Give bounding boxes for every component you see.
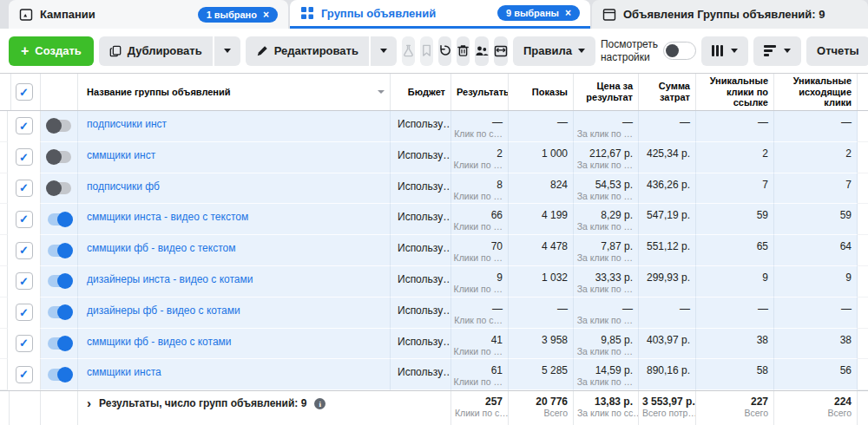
header-cost-per-result[interactable]: Цена за результат <box>574 74 639 110</box>
duplicate-icon <box>109 45 122 57</box>
row-checkbox[interactable]: ✓ <box>16 272 33 290</box>
adset-name-link[interactable]: сммщики инста <box>87 366 161 378</box>
row-checkbox[interactable]: ✓ <box>16 211 33 228</box>
close-icon[interactable]: × <box>565 8 571 18</box>
toggle-knob <box>666 44 679 57</box>
create-button[interactable]: + Создать <box>9 36 94 66</box>
summary-results: 257Клики по с… <box>451 391 509 425</box>
campaigns-selected-badge[interactable]: 1 выбрано × <box>198 7 278 23</box>
header-impressions[interactable]: Показы <box>509 74 574 110</box>
rules-button[interactable]: Правила <box>513 36 595 66</box>
adset-name-link[interactable]: дизайнеры инста - видео с котами <box>87 273 253 285</box>
select-all-checkbox[interactable]: ✓ <box>16 83 33 101</box>
adset-name-link[interactable]: подписчики инст <box>87 118 167 130</box>
table-row[interactable]: ✓ дизайнеры фб - видео с котами Использу… <box>0 298 868 329</box>
tab-adsets[interactable]: Группы объявлений 9 выбраны × <box>290 0 590 29</box>
table-row[interactable]: ✓ сммщики инста - видео с текстом Исполь… <box>0 204 868 235</box>
adset-name-link[interactable]: сммщики фб - видео с котами <box>87 336 232 348</box>
expand-chevron-icon[interactable]: › <box>87 397 91 409</box>
adsets-selected-badge[interactable]: 9 выбраны × <box>497 5 580 21</box>
checkmark-icon: ✓ <box>19 152 29 163</box>
row-checkbox[interactable]: ✓ <box>16 304 33 321</box>
row-checkbox[interactable]: ✓ <box>16 180 33 197</box>
adset-name-cell: дизайнеры инста - видео с котами <box>78 266 391 298</box>
columns-button[interactable] <box>701 36 748 66</box>
unique-link-clicks-cell: 7 <box>696 173 774 205</box>
impressions-cell: 1 000 <box>509 142 574 173</box>
duplicate-dropdown-button[interactable] <box>214 36 240 66</box>
adset-name-link[interactable]: подписчики фб <box>87 180 160 193</box>
impressions-cell: 5 285 <box>509 359 574 390</box>
adset-name-cell: сммщики инста <box>78 359 391 390</box>
unique-link-clicks-cell: 38 <box>696 329 774 360</box>
checkmark-icon: ✓ <box>19 121 29 132</box>
checkmark-icon: ✓ <box>19 245 29 256</box>
row-checkbox[interactable]: ✓ <box>16 117 33 134</box>
row-checkbox[interactable]: ✓ <box>16 335 33 352</box>
adset-status-toggle[interactable] <box>48 369 71 381</box>
adset-status-toggle[interactable] <box>48 245 71 257</box>
breakdown-button[interactable] <box>753 36 801 66</box>
info-icon[interactable]: i <box>314 398 326 409</box>
unique-link-clicks-cell: 65 <box>696 235 774 266</box>
row-checkbox-cell: ✓ <box>8 298 41 329</box>
header-unique-link-clicks[interactable]: Уникальные клики по ссылке <box>696 74 774 110</box>
tab-campaigns[interactable]: Кампании 1 выбрано × <box>9 0 288 29</box>
header-adset-name[interactable]: Название группы объявлений <box>78 74 391 110</box>
delete-button[interactable] <box>457 36 470 66</box>
row-scroll-gutter <box>858 329 868 360</box>
trash-icon <box>457 44 470 57</box>
header-budget[interactable]: Бюджет <box>391 74 451 110</box>
footer-toggle-col <box>41 391 78 425</box>
sort-caret-icon[interactable] <box>378 90 385 94</box>
header-amount-spent[interactable]: Сумма затрат <box>639 74 696 110</box>
adset-name-cell: сммщики фб - видео с котами <box>78 329 391 360</box>
adset-name-cell: дизайнеры фб - видео с котами <box>78 298 391 329</box>
adset-name-link[interactable]: сммщики инста - видео с текстом <box>87 211 248 223</box>
people-icon <box>475 44 489 58</box>
row-checkbox[interactable]: ✓ <box>16 366 33 383</box>
table-row[interactable]: ✓ сммщики инст Использу… 2Клики по … 1 0… <box>0 142 868 173</box>
edit-button[interactable]: Редактировать <box>246 36 369 66</box>
reports-button[interactable]: Отчеты <box>806 36 868 66</box>
chevron-down-icon <box>380 49 387 53</box>
tab-ads[interactable]: Объявления Группы объявлений: 9 <box>592 0 868 29</box>
table-row[interactable]: ✓ дизайнеры инста - видео с котами Испол… <box>0 266 868 298</box>
row-gutter <box>0 298 8 329</box>
audience-button[interactable] <box>475 36 489 66</box>
toggle-knob <box>46 180 62 196</box>
badge-text: 1 выбрано <box>207 10 257 20</box>
adset-name-link[interactable]: сммщики инст <box>87 149 155 161</box>
undo-button[interactable] <box>438 36 451 66</box>
row-checkbox[interactable]: ✓ <box>16 148 33 166</box>
view-settings-toggle[interactable] <box>663 42 696 60</box>
close-icon[interactable]: × <box>263 10 269 20</box>
adset-name-link[interactable]: дизайнеры фб - видео с котами <box>87 304 240 317</box>
duplicate-button[interactable]: Дублировать <box>99 36 213 66</box>
table-summary-row: › Результаты, число групп объявлений: 9 … <box>0 390 868 425</box>
adset-status-toggle[interactable] <box>48 182 71 194</box>
row-checkbox[interactable]: ✓ <box>16 242 33 259</box>
header-unique-outbound-clicks[interactable]: Уникальные исходящие клики <box>774 74 858 110</box>
amount-spent-cell: 425,34 р. <box>639 142 696 173</box>
placement-button[interactable] <box>494 36 508 66</box>
impressions-cell: 824 <box>509 173 574 205</box>
adset-status-toggle[interactable] <box>48 337 71 350</box>
window-arrows-icon <box>494 44 508 58</box>
adset-status-toggle[interactable] <box>48 213 71 226</box>
row-gutter <box>0 359 8 390</box>
adset-name-link[interactable]: сммщики фб - видео с текстом <box>87 242 235 254</box>
edit-dropdown-button[interactable] <box>371 36 397 66</box>
table-row[interactable]: ✓ сммщики фб - видео с котами Использу… … <box>0 329 868 360</box>
entity-tabbar: Кампании 1 выбрано × Группы объявлений 9… <box>0 0 868 29</box>
adset-status-toggle[interactable] <box>48 151 71 163</box>
adset-status-toggle[interactable] <box>48 120 71 132</box>
table-row[interactable]: ✓ подписчики инст Использу… —Клик по с… … <box>0 111 868 142</box>
adset-status-toggle[interactable] <box>48 275 71 287</box>
header-results[interactable]: Результаты <box>451 74 509 110</box>
table-row[interactable]: ✓ сммщики фб - видео с текстом Использу…… <box>0 235 868 266</box>
adset-status-toggle[interactable] <box>48 306 71 318</box>
unique-link-clicks-cell: 59 <box>696 204 774 235</box>
table-row[interactable]: ✓ подписчики фб Использу… 8Клики по … 82… <box>0 173 868 205</box>
table-row[interactable]: ✓ сммщики инста Использу… 61Клики по … 5… <box>0 359 868 390</box>
